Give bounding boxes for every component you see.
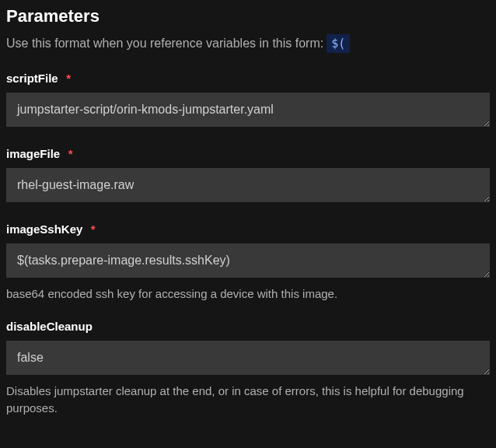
field-group-scriptFile: scriptFile *: [6, 72, 490, 130]
variable-hint-row: Use this format when you reference varia…: [6, 34, 490, 53]
field-group-disableCleanup: disableCleanup Disables jumpstarter clea…: [6, 320, 490, 417]
field-label-scriptFile: scriptFile: [6, 72, 58, 85]
field-group-imageFile: imageFile *: [6, 147, 490, 205]
variable-hint-text: Use this format when you reference varia…: [6, 37, 323, 51]
imageSshKey-input[interactable]: [6, 243, 490, 278]
field-label-imageSshKey: imageSshKey: [6, 222, 82, 236]
scriptFile-input[interactable]: [6, 93, 490, 127]
imageFile-input[interactable]: [6, 168, 490, 202]
field-label-disableCleanup: disableCleanup: [6, 320, 93, 333]
disableCleanup-input[interactable]: [6, 341, 490, 375]
field-group-imageSshKey: imageSshKey * base64 encoded ssh key for…: [6, 222, 490, 303]
field-help-disableCleanup: Disables jumpstarter cleanup at the end,…: [6, 383, 490, 417]
required-indicator-icon: *: [66, 72, 71, 85]
variable-format-badge: $(: [327, 34, 350, 53]
field-help-imageSshKey: base64 encoded ssh key for accessing a d…: [6, 285, 490, 303]
section-title: Parameters: [6, 6, 490, 26]
required-indicator-icon: *: [91, 222, 96, 236]
field-label-imageFile: imageFile: [6, 147, 60, 160]
required-indicator-icon: *: [68, 147, 73, 160]
